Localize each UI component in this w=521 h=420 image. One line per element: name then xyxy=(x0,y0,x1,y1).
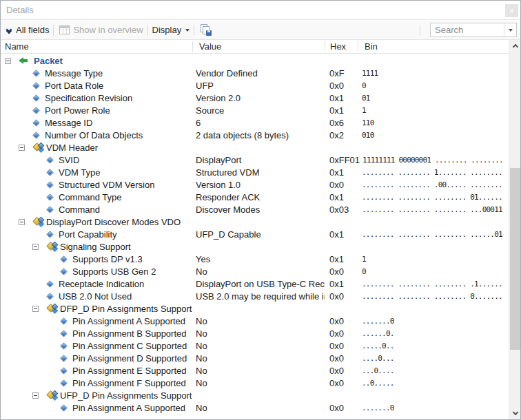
bin-cell: 1 xyxy=(359,106,509,115)
tree-row[interactable]: Pin Assignment A SupportedNo0x0.......0 xyxy=(1,401,509,414)
tree-row[interactable]: Command TypeResponder ACK0x1........ ...… xyxy=(1,191,509,203)
field-diamond-icon xyxy=(46,231,53,238)
bin-cell: ........ ........ ........ 01...... xyxy=(359,193,509,202)
tree-row[interactable]: Supports DP v1.3Yes0x11 xyxy=(1,253,509,265)
tree-row[interactable]: Port Data RoleUFP0x00 xyxy=(1,79,509,92)
field-diamond-icon xyxy=(46,293,53,300)
field-diamond-icon xyxy=(60,355,67,361)
column-header-value[interactable]: Value xyxy=(199,41,221,52)
name-cell: Pin Assignment D Supported xyxy=(1,353,192,364)
tree-row[interactable]: Message ID60x6110 xyxy=(1,116,509,129)
chevron-down-icon xyxy=(509,29,513,32)
tree-row[interactable]: VDM Header xyxy=(1,141,509,154)
name-cell: Supports DP v1.3 xyxy=(1,254,192,264)
column-divider[interactable] xyxy=(192,41,193,52)
details-panel: Details x All fields Show in overview Di… xyxy=(0,0,521,420)
value-cell: UFP xyxy=(192,81,325,91)
hex-cell: 0x0 xyxy=(325,316,359,326)
search-dropdown-button[interactable] xyxy=(504,23,516,36)
value-cell: DisplayPort xyxy=(192,155,325,165)
tree-row[interactable]: Pin Assignment B SupportedNo0x0......0. xyxy=(1,327,509,339)
name-cell: UFP_D Pin Assignments Supported xyxy=(1,390,192,401)
name-label: Port Data Role xyxy=(45,81,103,91)
scroll-down-button[interactable] xyxy=(509,408,521,419)
tree-row[interactable]: USB 2.0 Not UsedUSB 2.0 may be required … xyxy=(1,290,509,302)
toolbar-separator xyxy=(194,25,194,36)
bin-cell: .....0.. xyxy=(359,342,509,350)
name-cell: DisplayPort Discover Modes VDO xyxy=(1,217,192,227)
value-cell: No xyxy=(192,266,325,277)
name-label: DFP_D Pin Assignments Supported xyxy=(60,304,192,314)
name-label: Structured VDM Version xyxy=(59,180,154,190)
name-cell: Signaling Support xyxy=(1,242,192,252)
copy-to-file-icon[interactable] xyxy=(200,24,212,36)
name-label: Pin Assignment A Supported xyxy=(72,316,185,326)
close-button[interactable]: x xyxy=(505,4,518,17)
tree-row[interactable]: Number Of Data Objects2 data objects (8 … xyxy=(1,129,509,141)
vertical-scrollbar[interactable] xyxy=(509,40,520,419)
name-label: SVID xyxy=(59,155,79,165)
name-cell: Pin Assignment B Supported xyxy=(1,328,192,339)
show-in-overview-button[interactable]: Show in overview xyxy=(73,25,143,35)
tree-row[interactable]: SVIDDisplayPort0xFF0111111111 00000001 .… xyxy=(1,154,509,166)
tree-row[interactable]: Port Power RoleSource0x11 xyxy=(1,104,509,116)
field-diamond-icon xyxy=(60,317,67,324)
name-cell: Supports USB Gen 2 xyxy=(1,266,192,277)
tree-row[interactable]: Signaling Support xyxy=(1,240,509,253)
name-cell: SVID xyxy=(1,155,192,165)
column-header-row: Name Value Hex Bin xyxy=(1,40,509,54)
scrollbar-thumb[interactable] xyxy=(510,168,520,350)
name-cell: Pin Assignment F Supported xyxy=(1,378,192,388)
tree-row[interactable]: Supports USB Gen 2No0x00 xyxy=(1,265,509,277)
collapse-expander[interactable] xyxy=(32,244,39,250)
hex-cell: 0x1 xyxy=(325,93,359,103)
name-cell: Command Type xyxy=(1,192,192,202)
field-diamond-icon xyxy=(60,379,67,386)
column-header-name[interactable]: Name xyxy=(5,41,29,52)
value-cell: USB 2.0 may be required while in Di... xyxy=(192,291,325,302)
collapse-expander[interactable] xyxy=(19,219,25,225)
tree-row[interactable]: Pin Assignment E SupportedNo0x0...0.... xyxy=(1,364,509,377)
tree-row[interactable]: Packet xyxy=(1,54,509,67)
column-divider[interactable] xyxy=(358,41,358,52)
field-diamond-icon xyxy=(60,330,67,337)
tree-row[interactable]: Pin Assignment D SupportedNo0x0....0... xyxy=(1,352,509,364)
bin-cell: ........ ........ ........ ...00011 xyxy=(359,205,509,214)
collapse-expander[interactable] xyxy=(32,392,39,399)
tree-row[interactable]: Message TypeVendor Defined0xF1111 xyxy=(1,67,509,79)
field-diamond-icon xyxy=(60,404,67,411)
hex-cell: 0x2 xyxy=(325,130,359,140)
display-dropdown-button[interactable]: Display xyxy=(152,25,182,35)
tree-row[interactable]: Receptacle IndicationDisplayPort on USB … xyxy=(1,277,509,290)
tree-row[interactable]: Pin Assignment A SupportedNo0x0.......0 xyxy=(1,315,509,327)
column-header-hex[interactable]: Hex xyxy=(330,41,346,52)
tree-row[interactable]: Pin Assignment C SupportedNo0x0.....0.. xyxy=(1,339,509,352)
tree-row[interactable]: Pin Assignment F SupportedNo0x0..0..... xyxy=(1,377,509,389)
column-divider[interactable] xyxy=(325,41,325,52)
collapse-expander[interactable] xyxy=(19,145,25,151)
scroll-up-button[interactable] xyxy=(509,40,521,52)
name-label: DisplayPort Discover Modes VDO xyxy=(46,217,181,227)
column-header-bin[interactable]: Bin xyxy=(365,41,378,52)
tree-row[interactable]: Port CapabilityUFP_D Capable0x1........ … xyxy=(1,228,509,240)
all-fields-button[interactable]: All fields xyxy=(16,25,49,35)
collapse-expander[interactable] xyxy=(5,58,11,64)
hex-cell: 0x03 xyxy=(325,204,359,215)
name-cell: Pin Assignment A Supported xyxy=(1,316,192,326)
tree-row[interactable]: UFP_D Pin Assignments Supported xyxy=(1,389,509,401)
name-label: Signaling Support xyxy=(60,242,131,252)
search-input[interactable]: Search xyxy=(430,23,517,37)
name-cell: VDM Header xyxy=(1,143,192,153)
group-diamonds-icon xyxy=(46,304,58,313)
tree-row[interactable]: VDM TypeStructured VDM0x1........ ......… xyxy=(1,166,509,178)
tree-row[interactable]: DisplayPort Discover Modes VDO xyxy=(1,216,509,228)
tree-row[interactable]: DFP_D Pin Assignments Supported xyxy=(1,302,509,315)
show-in-overview-icon xyxy=(59,25,70,34)
value-cell: No xyxy=(192,378,325,388)
field-diamond-icon xyxy=(46,206,53,213)
tree-row[interactable]: Specification RevisionVersion 2.00x101 xyxy=(1,92,509,104)
tree-row[interactable]: Structured VDM VersionVersion 1.00x0....… xyxy=(1,178,509,191)
collapse-expander[interactable] xyxy=(32,306,39,312)
tree-row[interactable]: CommandDiscover Modes0x03........ ......… xyxy=(1,203,509,216)
hex-cell: 0x1 xyxy=(325,192,359,202)
